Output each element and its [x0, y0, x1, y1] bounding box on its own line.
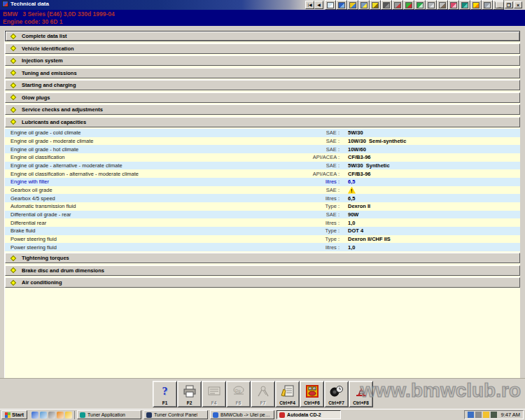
ie-icon[interactable] [31, 412, 38, 419]
row-attr: API/ACEA : [275, 171, 340, 177]
minimize-button[interactable]: _ [496, 1, 504, 8]
data-row[interactable]: Engine with filterlitres :6,5 [5, 178, 520, 186]
notes-icon [276, 382, 298, 400]
print-button[interactable]: F2 [177, 381, 202, 407]
smiley-icon[interactable] [65, 412, 72, 419]
task-label: Tuner Application [88, 412, 125, 417]
row-value: 1,0 [340, 220, 520, 226]
gearbox-icon[interactable] [392, 0, 403, 10]
diagnostic-icon[interactable] [403, 0, 414, 10]
section-vehicle-identification[interactable]: Vehicle identification [5, 43, 520, 54]
task-bmwclub-ulei-peste-li[interactable]: BMWClub -> Ulei peste li... [210, 410, 274, 419]
diamond-icon [10, 57, 16, 63]
section-tuning-and-emissions[interactable]: Tuning and emissions [5, 68, 520, 78]
row-label: Gearbox oil grade [5, 187, 275, 193]
car-icon[interactable] [426, 0, 437, 10]
data-row: Gearbox 4/5 speedlitres :6,5 [5, 194, 520, 202]
titlebar: Technical data |◀ ◀ _ ❐ × [0, 0, 525, 10]
section-glow-plugs[interactable]: Glow plugs [5, 92, 520, 103]
diagram-icon: Dg [227, 382, 249, 400]
antivirus-icon[interactable] [483, 412, 489, 418]
section-label: Injection system [22, 57, 63, 64]
screen-icon[interactable] [325, 0, 336, 10]
refresh-icon[interactable] [48, 412, 55, 419]
row-value: 90W [340, 211, 520, 218]
task-autodata-cd-2[interactable]: Autodata CD-2 [276, 410, 341, 419]
clock: 9:47 AM [498, 412, 520, 418]
door-icon[interactable] [414, 0, 426, 10]
autodata-icon [279, 412, 285, 418]
close-button[interactable]: × [514, 1, 522, 8]
section-lubricants-and-capacities[interactable]: Lubricants and capacities [5, 117, 520, 127]
tyre-icon[interactable] [459, 0, 470, 10]
desktop-icon[interactable] [40, 412, 47, 419]
section-tightening-torques[interactable]: Tightening torques [5, 253, 520, 263]
row-label: Engine with filter [5, 178, 275, 185]
bus-icon-glyph [372, 2, 379, 8]
section-complete-data-list[interactable]: Complete data list [5, 31, 520, 41]
row-value: 5W/30 [340, 130, 520, 136]
row-value: 10W/30 Semi-synthetic [340, 138, 520, 144]
section-starting-and-charging[interactable]: Starting and charging [5, 80, 520, 90]
vehicle-title: BMW 3 Series (E46) 3,0D 330d 1999-04 [3, 10, 522, 18]
notes-button[interactable]: Ctrl+F4 [275, 381, 300, 407]
parts-icon-glyph [439, 2, 446, 8]
section-label: Air conditioning [22, 279, 62, 286]
task-tuner-control-panel[interactable]: Tuner Control Panel [144, 410, 208, 419]
diamond-icon [10, 82, 16, 88]
row-value: Dexron II/CHF IIS [340, 236, 520, 242]
nav-first-button[interactable]: |◀ [305, 1, 314, 9]
bus-icon[interactable] [370, 0, 381, 10]
data-row: Engine oil classificationAPI/ACEA :CF/B3… [5, 153, 520, 162]
diamond-icon [10, 106, 16, 112]
restore-button[interactable]: ❐ [505, 1, 513, 8]
wheels-button[interactable]: Ctrl+F7 [324, 381, 349, 407]
globe-icon[interactable] [336, 0, 347, 10]
row-attr: Type : [275, 227, 340, 234]
task-tuner-application[interactable]: Tuner Application [77, 410, 141, 419]
help-button[interactable]: ? F1 [153, 381, 177, 407]
section-label: Tuning and emissions [22, 70, 77, 76]
row-label: Power steering fluid [5, 244, 275, 251]
form-button[interactable]: F4 [202, 381, 226, 407]
tyre-icon-glyph [461, 2, 468, 8]
tanker-icon[interactable] [347, 0, 358, 10]
section-brake-disc-and-drum-dimensions[interactable]: Brake disc and drum dimensions [5, 265, 520, 276]
section-label: Brake disc and drum dimensions [22, 267, 104, 274]
data-row: Differential oil grade - rearSAE :90W [5, 211, 520, 219]
nav-back-button[interactable]: ◀ [314, 1, 323, 9]
parts-icon[interactable] [437, 0, 448, 10]
compass-button[interactable]: F7 [251, 381, 275, 407]
section-service-checks-and-adjustments[interactable]: Service checks and adjustments [5, 104, 520, 115]
system-tray: 9:47 AM [464, 410, 524, 419]
scheduler-icon[interactable] [475, 412, 482, 418]
body-icon[interactable] [482, 0, 493, 10]
data-row: Engine oil grade - moderate climateSAE :… [5, 137, 520, 146]
service-data-icon[interactable] [358, 0, 370, 10]
fusebox-button[interactable]: 23 Ctrl+F6 [300, 381, 324, 407]
engine-icon[interactable] [381, 0, 392, 10]
row-attr: litres : [275, 244, 340, 251]
svg-text:Dg: Dg [235, 388, 241, 393]
data-row: Brake fluidType :DOT 4 [5, 227, 520, 235]
tuner-app-icon [80, 412, 85, 418]
section-air-conditioning[interactable]: Air conditioning [5, 277, 520, 288]
section-injection-system[interactable]: Injection system [5, 55, 520, 66]
diamond-icon [10, 267, 16, 273]
body-icon-glyph [484, 2, 491, 8]
wheel-icon[interactable] [448, 0, 459, 10]
diagram-button[interactable]: Dg F6 [226, 381, 251, 407]
tanker-icon-glyph [349, 2, 356, 8]
sections-bottom: Tightening torquesBrake disc and drum di… [5, 253, 520, 288]
display-icon[interactable] [491, 412, 497, 418]
diamond-icon [10, 46, 16, 51]
jack-button[interactable]: Ctrl+F8 [349, 381, 373, 407]
start-button[interactable]: Start [1, 410, 27, 419]
row-value: DOT 4 [340, 227, 520, 234]
row-value: CF/B3-96 [340, 154, 520, 160]
section-label: Tightening torques [22, 255, 69, 261]
warning-icon[interactable] [470, 0, 482, 10]
winamp-icon[interactable] [57, 412, 64, 419]
network-icon[interactable] [468, 412, 474, 418]
row-value: Dexron II [340, 203, 520, 209]
